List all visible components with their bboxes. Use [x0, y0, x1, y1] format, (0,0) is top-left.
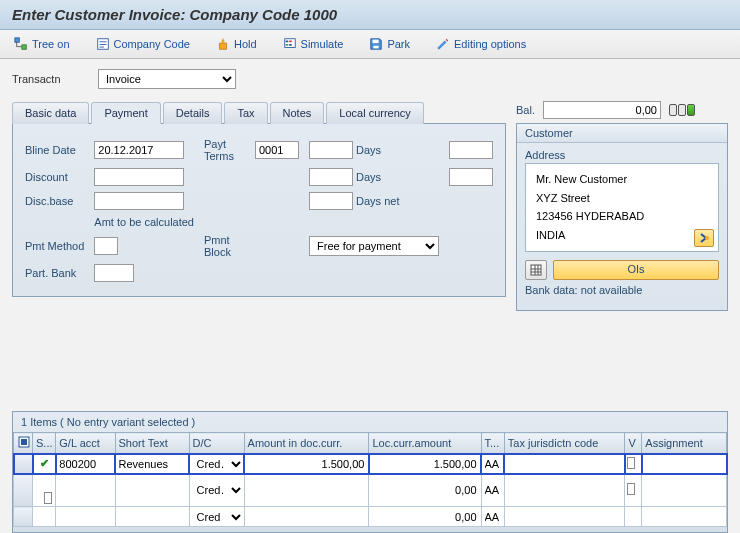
days2-pct-input[interactable]	[309, 168, 353, 186]
f4-button[interactable]	[44, 492, 52, 504]
simulate-button[interactable]: Simulate	[277, 34, 350, 54]
part-bank-label: Part. Bank	[25, 267, 84, 279]
items-grid[interactable]: S... G/L acct Short Text D/C Amount in d…	[13, 432, 727, 527]
svg-rect-16	[21, 439, 27, 445]
col-asg[interactable]: Assignment	[642, 433, 727, 454]
transaction-select[interactable]: Invoice	[98, 69, 236, 89]
col-glacct[interactable]: G/L acct	[56, 433, 115, 454]
svg-rect-1	[22, 45, 26, 49]
days1-pct-input[interactable]	[309, 141, 353, 159]
col-v[interactable]: V	[625, 433, 642, 454]
col-t[interactable]: T...	[481, 433, 504, 454]
col-amount[interactable]: Amount in doc.curr.	[244, 433, 369, 454]
days1-input[interactable]	[449, 141, 493, 159]
transaction-label: Transactn	[12, 73, 88, 85]
taxjur-input[interactable]	[505, 455, 625, 473]
pmnt-block-select[interactable]: Free for payment	[309, 236, 439, 256]
bank-data-text: Bank data: not available	[525, 284, 719, 296]
assignment-input[interactable]	[642, 508, 726, 526]
col-dc[interactable]: D/C	[189, 433, 244, 454]
select-all-icon[interactable]	[17, 435, 31, 449]
disc-base-input[interactable]	[94, 192, 184, 210]
gl-acct-input[interactable]	[56, 474, 114, 492]
amount-input[interactable]	[245, 455, 369, 473]
address-detail-button[interactable]	[694, 229, 714, 247]
part-bank-input[interactable]	[94, 264, 134, 282]
days2-input[interactable]	[449, 168, 493, 186]
days-net-pct-input[interactable]	[309, 192, 353, 210]
taxjur-input[interactable]	[505, 508, 625, 526]
tab-payment[interactable]: Payment	[91, 102, 160, 124]
tab-details[interactable]: Details	[163, 102, 223, 124]
items-count-text: 1 Items ( No entry variant selected )	[13, 412, 727, 432]
svg-rect-6	[284, 39, 295, 48]
svg-rect-11	[373, 40, 379, 44]
svg-rect-14	[531, 265, 541, 275]
tab-notes[interactable]: Notes	[270, 102, 325, 124]
tab-tax[interactable]: Tax	[224, 102, 267, 124]
amount-input[interactable]	[245, 508, 369, 526]
tab-local-currency[interactable]: Local currency	[326, 102, 424, 124]
gl-acct-input[interactable]	[56, 455, 114, 473]
bline-date-input[interactable]	[94, 141, 184, 159]
app-toolbar: Tree on Company Code Hold Simulate Park …	[0, 30, 740, 59]
table-row[interactable]: ✔ Cred…	[14, 454, 727, 474]
tab-basic-data[interactable]: Basic data	[12, 102, 89, 124]
table-row[interactable]: Cred	[14, 507, 727, 527]
assignment-input[interactable]	[642, 481, 726, 499]
tax-input[interactable]	[482, 455, 504, 473]
svg-rect-10	[289, 44, 292, 46]
discount-label: Discount	[25, 171, 84, 183]
assignment-input[interactable]	[642, 455, 726, 473]
ois-button[interactable]: OIs	[553, 260, 719, 280]
customer-street: XYZ Street	[536, 189, 708, 208]
balance-traffic-light	[669, 104, 695, 116]
tree-on-button[interactable]: Tree on	[8, 34, 76, 54]
hold-icon	[216, 37, 230, 51]
dc-select[interactable]: Cred	[190, 508, 244, 526]
svg-rect-4	[99, 44, 106, 45]
table-row[interactable]: Cred…	[14, 474, 727, 507]
col-loc[interactable]: Loc.curr.amount	[369, 433, 481, 454]
address-title: Address	[525, 149, 719, 161]
page-title: Enter Customer Invoice: Company Code 100…	[12, 6, 728, 23]
pencil-icon	[436, 37, 450, 51]
taxjur-input[interactable]	[505, 481, 625, 499]
loc-amount	[369, 481, 480, 499]
svg-rect-7	[285, 41, 288, 43]
svg-rect-9	[285, 44, 288, 46]
dc-select[interactable]: Cred…	[190, 455, 244, 473]
customer-group: Customer Address Mr. New Customer XYZ St…	[516, 123, 728, 311]
dc-select[interactable]: Cred…	[190, 481, 244, 499]
f4-button[interactable]	[627, 483, 635, 495]
simulate-icon	[283, 37, 297, 51]
tab-strip: Basic data Payment Details Tax Notes Loc…	[12, 101, 506, 124]
ois-icon-button[interactable]	[525, 260, 547, 280]
f4-button[interactable]	[627, 457, 635, 469]
tax-input[interactable]	[482, 481, 504, 499]
svg-rect-0	[15, 38, 19, 42]
address-box: Mr. New Customer XYZ Street 123456 HYDER…	[525, 163, 719, 252]
tax-input[interactable]	[482, 508, 504, 526]
col-status[interactable]: S...	[33, 433, 56, 454]
payt-terms-input[interactable]	[255, 141, 299, 159]
amt-calc-text: Amt to be calculated	[94, 216, 194, 228]
park-button[interactable]: Park	[363, 34, 416, 54]
discount-input[interactable]	[94, 168, 184, 186]
payt-terms-label: Payt Terms	[204, 138, 245, 162]
customer-country: INDIA	[536, 226, 708, 245]
balance-value	[543, 101, 661, 119]
col-short[interactable]: Short Text	[115, 433, 189, 454]
loc-amount	[369, 455, 480, 473]
svg-point-13	[705, 236, 709, 240]
customer-group-title: Customer	[517, 124, 727, 143]
company-code-button[interactable]: Company Code	[90, 34, 196, 54]
svg-rect-12	[374, 46, 379, 49]
gl-acct-input[interactable]	[56, 508, 114, 526]
editing-options-button[interactable]: Editing options	[430, 34, 532, 54]
amount-input[interactable]	[245, 481, 369, 499]
pmt-method-input[interactable]	[94, 237, 118, 255]
arrow-right-icon	[698, 232, 710, 244]
hold-button[interactable]: Hold	[210, 34, 263, 54]
col-taxjur[interactable]: Tax jurisdictn code	[504, 433, 625, 454]
